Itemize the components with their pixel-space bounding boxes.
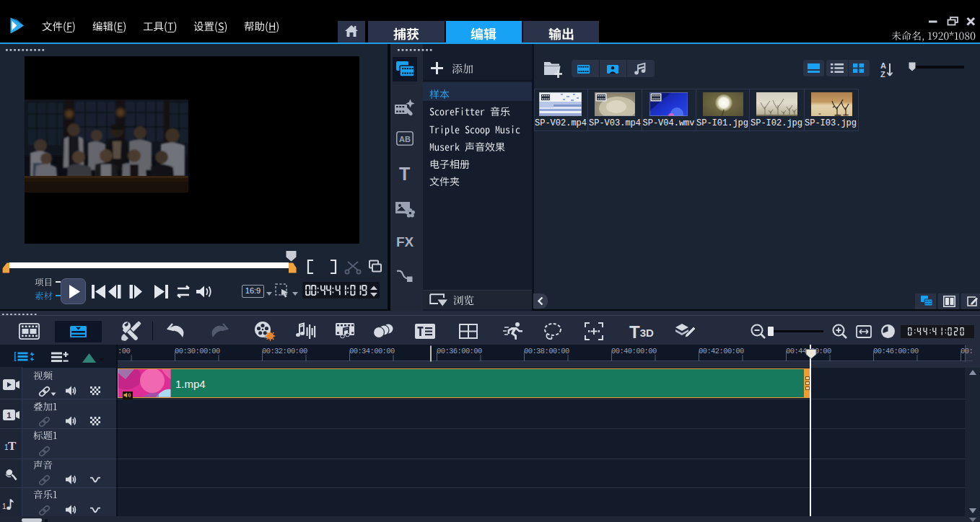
svg-text:00:30:00:00: 00:30:00:00 xyxy=(175,347,220,355)
svg-text:00:: 00: xyxy=(961,347,973,355)
svg-text:00:42:00:00: 00:42:00:00 xyxy=(699,347,744,355)
svg-text:00:40:00:00: 00:40:00:00 xyxy=(611,347,657,355)
svg-text:00:36:00:00: 00:36:00:00 xyxy=(437,347,482,355)
svg-text:00:34:00:00: 00:34:00:00 xyxy=(349,347,395,355)
svg-text:Z: Z xyxy=(880,70,885,79)
svg-text:00:46:00:00: 00:46:00:00 xyxy=(873,347,919,355)
svg-text:A: A xyxy=(880,61,886,70)
svg-text:1: 1 xyxy=(6,411,12,420)
svg-text:AB: AB xyxy=(399,135,411,143)
svg-text:1: 1 xyxy=(2,503,6,510)
svg-text:00:38:00:00: 00:38:00:00 xyxy=(524,347,569,355)
svg-text::00: :00 xyxy=(118,347,130,355)
svg-text:T: T xyxy=(8,439,17,451)
svg-text:00:32:00:00: 00:32:00:00 xyxy=(262,347,307,355)
